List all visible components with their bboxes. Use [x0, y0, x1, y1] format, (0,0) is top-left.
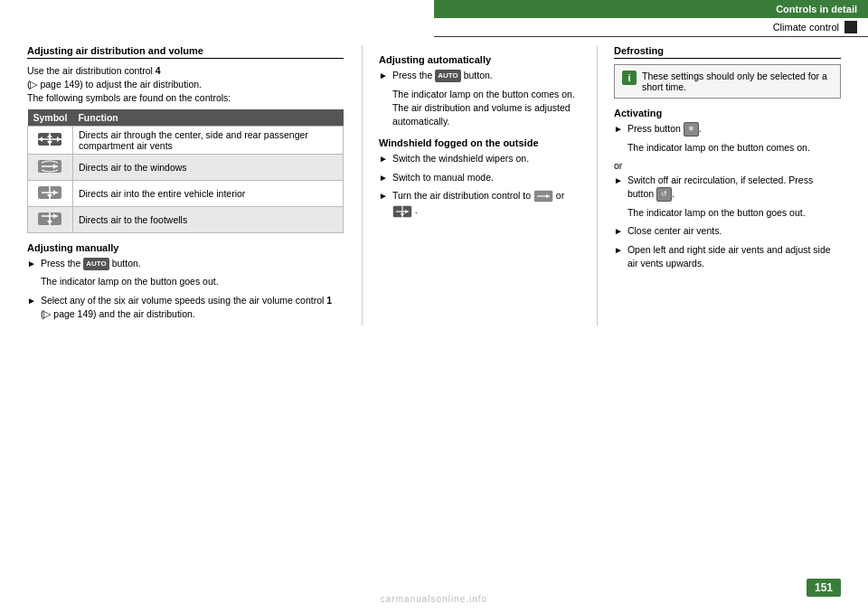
bullet-icon: ► — [379, 70, 388, 83]
list-item-text: The indicator lamp on the button comes o… — [392, 88, 579, 129]
info-text: These settings should only be selected f… — [642, 71, 833, 92]
function-cell: Directs air into the entire vehicle inte… — [72, 180, 343, 206]
left-column: Adjusting air distribution and volume Us… — [27, 45, 362, 325]
or-text: or — [614, 160, 622, 171]
symbol-cell — [28, 180, 73, 206]
function-cell: Directs air through the center, side and… — [72, 126, 343, 154]
intro-text: Use the air distribution control 4(▷ pag… — [27, 64, 344, 106]
symbol-footwells-icon — [37, 210, 62, 228]
button-icon-2: ↺ — [656, 187, 672, 202]
function-cell: Directs air to the windows — [72, 154, 343, 180]
auto-title: Adjusting automatically — [379, 54, 579, 65]
col-header-function: Function — [72, 109, 343, 127]
symbol-cell — [28, 126, 73, 154]
list-item: ► Press button ❄. — [614, 122, 841, 137]
list-item: ► Select any of the six air volume speed… — [27, 294, 344, 321]
list-item: ► Press the AUTO button. — [379, 69, 579, 83]
list-item: ► Switch off air recirculation, if selec… — [614, 174, 841, 202]
button-icon: ❄ — [684, 122, 699, 137]
alt-list: ► Switch off air recirculation, if selec… — [614, 174, 841, 271]
list-item-text: Switch off air recirculation, if selecte… — [627, 174, 841, 202]
list-item-text: Turn the air distribution control to or — [392, 189, 579, 218]
info-box: i These settings should only be selected… — [614, 64, 841, 99]
list-item: ► Turn the air distribution control to o… — [379, 189, 579, 218]
list-item-text: Switch to manual mode. — [392, 171, 579, 184]
list-item: ► Close center air vents. — [614, 224, 841, 239]
manual-title: Adjusting manually — [27, 242, 344, 253]
bullet-icon: ► — [379, 190, 388, 203]
symbol-cell — [28, 154, 73, 180]
list-item-text: Switch the windshield wipers on. — [392, 152, 579, 165]
list-item: ► The indicator lamp on the button comes… — [614, 141, 841, 156]
watermark: carmanualsonline.info — [381, 594, 487, 604]
section-indicator — [844, 21, 857, 33]
control-icon-2 — [392, 204, 412, 219]
middle-column: Adjusting automatically ► Press the AUTO… — [362, 45, 597, 325]
bullet-icon: ► — [27, 295, 36, 308]
list-item: ► The indicator lamp on the button goes … — [27, 275, 344, 289]
auto-list: ► Press the AUTO button. ► The indicator… — [379, 69, 579, 128]
list-item-text: Press the AUTO button. — [41, 257, 344, 270]
symbol-windows-icon — [37, 157, 62, 175]
or-divider: or — [614, 160, 841, 171]
symbol-center-icon — [37, 130, 62, 148]
manual-list: ► Press the AUTO button. ► The indicator… — [27, 257, 344, 321]
main-content: Adjusting air distribution and volume Us… — [0, 45, 868, 325]
header-bar: Controls in detail Climate control — [434, 0, 868, 37]
bullet-icon: ► — [614, 174, 623, 188]
list-item-text: The indicator lamp on the button goes ou… — [627, 206, 841, 220]
list-item-text: Press the AUTO button. — [392, 69, 579, 82]
list-item-text: Select any of the six air volume speeds … — [41, 294, 344, 321]
section-header: Controls in detail — [434, 0, 868, 18]
list-item-text: The indicator lamp on the button comes o… — [627, 141, 841, 155]
table-row: Directs air through the center, side and… — [28, 126, 344, 154]
list-item-text: Press button ❄. — [627, 122, 841, 137]
bullet-icon: ► — [614, 123, 623, 137]
defrost-title: Defrosting — [614, 45, 841, 59]
list-item: ► Switch to manual mode. — [379, 171, 579, 185]
auto-badge: AUTO — [435, 70, 461, 82]
subsection-header: Climate control — [434, 18, 868, 37]
list-item: ► The indicator lamp on the button comes… — [379, 88, 579, 129]
bullet-icon: ► — [379, 153, 388, 166]
left-section-title: Adjusting air distribution and volume — [27, 45, 344, 59]
symbol-interior-icon — [37, 184, 62, 202]
bullet-icon: ► — [614, 244, 623, 258]
symbol-table: Symbol Function — [27, 109, 344, 233]
page-number: 151 — [807, 579, 841, 597]
list-item-text: Close center air vents. — [627, 224, 841, 238]
bullet-icon: ► — [27, 258, 36, 271]
list-item: ► The indicator lamp on the button goes … — [614, 206, 841, 221]
info-icon: i — [622, 71, 637, 85]
auto-badge: AUTO — [83, 258, 109, 270]
function-cell: Directs air to the footwells — [72, 206, 343, 232]
col-header-symbol: Symbol — [28, 109, 73, 127]
windshield-list: ► Switch the windshield wipers on. ► Swi… — [379, 152, 579, 218]
table-row: Directs air to the footwells — [28, 206, 344, 232]
control-icon-1 — [533, 189, 553, 203]
bullet-icon: ► — [614, 225, 623, 239]
list-item: ► Switch the windshield wipers on. — [379, 152, 579, 166]
activating-list: ► Press button ❄. ► The indicator lamp o… — [614, 122, 841, 156]
table-row: Directs air to the windows — [28, 154, 344, 180]
symbol-cell — [28, 206, 73, 232]
list-item: ► Press the AUTO button. — [27, 257, 344, 271]
list-item-text: Open left and right side air vents and a… — [627, 243, 841, 270]
subsection-label: Climate control — [773, 22, 839, 33]
windshield-title: Windshield fogged on the outside — [379, 137, 579, 148]
table-row: Directs air into the entire vehicle inte… — [28, 180, 344, 206]
activating-title: Activating — [614, 108, 841, 118]
list-item-text: The indicator lamp on the button goes ou… — [41, 275, 344, 288]
list-item: ► Open left and right side air vents and… — [614, 243, 841, 270]
right-column: Defrosting i These settings should only … — [597, 45, 841, 325]
bullet-icon: ► — [379, 172, 388, 185]
